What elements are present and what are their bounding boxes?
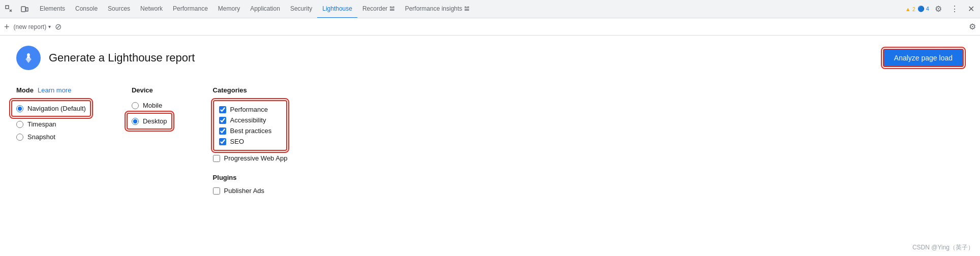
- mode-snapshot-option[interactable]: Snapshot: [16, 132, 91, 142]
- categories-box: Performance Accessibility Best practices…: [213, 100, 288, 151]
- devtools-tab-bar: Elements Console Sources Network Perform…: [0, 0, 980, 18]
- clear-reports-icon[interactable]: ⊘: [55, 23, 62, 31]
- mode-title-row: Mode Learn more: [16, 86, 91, 94]
- analyze-button[interactable]: Analyze page load: [883, 49, 964, 67]
- tab-performance[interactable]: Performance: [168, 0, 213, 18]
- device-mobile-option[interactable]: Mobile: [132, 100, 172, 111]
- mode-nav-option[interactable]: Navigation (Default): [16, 103, 86, 114]
- mode-timespan-option[interactable]: Timespan: [16, 119, 91, 130]
- tab-sources[interactable]: Sources: [103, 0, 135, 18]
- cat-perf-option[interactable]: Performance: [219, 104, 282, 115]
- report-selector-label: (new report): [14, 23, 47, 30]
- mode-nav-radio[interactable]: [16, 105, 23, 112]
- cat-bp-checkbox[interactable]: [219, 127, 226, 135]
- device-mobile-radio[interactable]: [132, 102, 139, 109]
- cat-bp-option[interactable]: Best practices: [219, 125, 282, 136]
- tab-security[interactable]: Security: [285, 0, 317, 18]
- tab-perf-insights[interactable]: Performance insights 𝌡: [400, 0, 475, 18]
- main-content: Generate a Lighthouse report Analyze pag…: [0, 36, 980, 239]
- mode-nav-highlighted: Navigation (Default): [11, 100, 91, 117]
- cat-seo-label: SEO: [230, 138, 244, 145]
- cat-pwa-label: Progressive Web App: [224, 154, 288, 162]
- plugin-ads-label: Publisher Ads: [224, 187, 265, 195]
- report-selector[interactable]: (new report) ▾: [14, 23, 51, 30]
- cat-bp-label: Best practices: [230, 127, 272, 135]
- cat-a11y-label: Accessibility: [230, 116, 266, 124]
- categories-title-row: Categories: [213, 86, 288, 94]
- mode-timespan-radio[interactable]: [16, 121, 23, 128]
- options-row: Mode Learn more Navigation (Default) Tim…: [16, 86, 964, 196]
- tab-elements[interactable]: Elements: [35, 0, 70, 18]
- devtools-more-icon[interactable]: ⋮: [947, 2, 962, 16]
- cat-a11y-option[interactable]: Accessibility: [219, 115, 282, 125]
- device-title-row: Device: [132, 86, 172, 94]
- cat-pwa-checkbox[interactable]: [213, 155, 220, 162]
- tab-memory[interactable]: Memory: [213, 0, 245, 18]
- devtools-toolbar2: + (new report) ▾ ⊘ ⚙: [0, 18, 980, 36]
- toolbar2-right: ⚙: [969, 22, 976, 31]
- mode-timespan-label: Timespan: [27, 120, 56, 128]
- tab-right-controls: ▲ 2 🔵 4 ⚙ ⋮ ✕: [905, 2, 978, 16]
- svg-rect-2: [26, 8, 28, 11]
- svg-rect-1: [21, 7, 25, 12]
- nav-tabs: Elements Console Sources Network Perform…: [35, 0, 905, 18]
- device-desktop-highlighted: Desktop: [127, 113, 172, 130]
- mode-group: Mode Learn more Navigation (Default) Tim…: [16, 86, 91, 142]
- page-title: Generate a Lighthouse report: [49, 51, 195, 65]
- lh-header: Generate a Lighthouse report Analyze pag…: [16, 46, 964, 70]
- mode-snapshot-label: Snapshot: [27, 133, 55, 141]
- plugins-label: Plugins: [213, 174, 288, 181]
- device-toggle-icon[interactable]: [17, 2, 32, 16]
- cat-perf-checkbox[interactable]: [219, 106, 226, 113]
- device-desktop-radio[interactable]: [132, 118, 139, 125]
- cat-pwa-option[interactable]: Progressive Web App: [213, 153, 288, 164]
- tab-console[interactable]: Console: [70, 0, 103, 18]
- learn-more-link[interactable]: Learn more: [38, 86, 71, 94]
- cat-perf-label: Performance: [230, 106, 268, 113]
- categories-label: Categories: [213, 86, 247, 94]
- error-badge[interactable]: 🔵 4: [917, 6, 929, 12]
- device-group: Device Mobile Desktop: [132, 86, 172, 130]
- chevron-down-icon: ▾: [48, 24, 51, 29]
- tab-icon-group: [2, 2, 32, 16]
- cat-seo-checkbox[interactable]: [219, 138, 226, 145]
- mode-nav-label: Navigation (Default): [27, 105, 86, 112]
- plugin-ads-checkbox[interactable]: [213, 187, 220, 195]
- lighthouse-logo: [16, 46, 41, 70]
- plugin-ads-option[interactable]: Publisher Ads: [213, 185, 288, 196]
- device-mobile-label: Mobile: [143, 102, 162, 109]
- inspect-icon[interactable]: [2, 2, 16, 16]
- lh-header-left: Generate a Lighthouse report: [16, 46, 195, 70]
- mode-snapshot-radio[interactable]: [16, 134, 23, 141]
- plugins-group: Plugins Publisher Ads: [213, 174, 288, 196]
- devtools-settings-icon[interactable]: ⚙: [931, 2, 945, 16]
- tab-application[interactable]: Application: [245, 0, 285, 18]
- cat-a11y-checkbox[interactable]: [219, 117, 226, 124]
- warning-badge[interactable]: ▲ 2: [905, 6, 915, 12]
- add-report-icon[interactable]: +: [4, 22, 10, 31]
- tab-lighthouse[interactable]: Lighthouse: [317, 0, 357, 18]
- toolbar2-settings-icon[interactable]: ⚙: [969, 22, 976, 31]
- tab-recorder[interactable]: Recorder 𝌡: [357, 0, 400, 18]
- svg-point-3: [27, 53, 30, 56]
- device-desktop-label: Desktop: [143, 117, 167, 125]
- cat-seo-option[interactable]: SEO: [219, 136, 282, 147]
- categories-plugins-group: Categories Performance Accessibility Bes…: [213, 86, 288, 196]
- svg-rect-0: [6, 6, 9, 9]
- device-label: Device: [132, 86, 153, 94]
- mode-label: Mode: [16, 86, 34, 94]
- device-desktop-option[interactable]: Desktop: [132, 116, 167, 126]
- tab-network[interactable]: Network: [135, 0, 168, 18]
- devtools-close-icon[interactable]: ✕: [964, 2, 978, 16]
